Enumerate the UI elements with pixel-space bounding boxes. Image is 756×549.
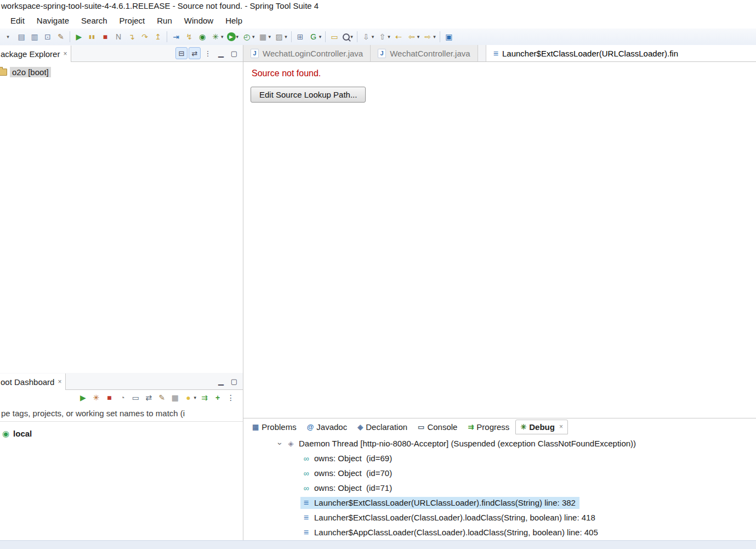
terminal-icon[interactable]: ⊡ [41,30,54,43]
restart-pie-icon[interactable]: ◔ [116,391,129,404]
magnifier-glass [343,33,350,41]
console-icon[interactable]: ▭ [129,391,142,404]
run-icon[interactable]: ▶▾ [225,30,241,43]
menu-edit[interactable]: Edit [4,14,31,27]
properties-icon[interactable]: ▦ [168,391,181,404]
filters-lightbulb-icon[interactable]: ●▾ [181,391,198,404]
tab-console[interactable]: ▭Console [413,420,462,434]
boot-dashboard-header: oot Dashboard × ▁▢ [0,373,243,390]
view-menu-icon[interactable]: ⋮ [224,391,237,404]
maximize-icon[interactable]: ▢ [228,375,240,387]
coverage-icon[interactable]: ◴▾ [240,30,257,43]
boot-filter-input[interactable] [0,405,243,422]
debug-tree-row[interactable]: ≡Launcher$AppClassLoader(ClassLoader).lo… [243,525,756,540]
owns-icon: ∞ [302,484,311,493]
tab-javadoc[interactable]: @Javadoc [303,420,352,434]
dropdown-arrow-icon: ▾ [350,34,353,39]
view-menu-icon[interactable]: ⋮ [202,47,214,59]
frame-icon: ≡ [302,528,311,537]
debug-tree-row[interactable]: ≡Launcher$ExtClassLoader(URLClassLoader)… [243,495,756,510]
connect-icon[interactable]: ⇉ [198,391,211,404]
terminate-icon[interactable]: ■ [99,30,112,43]
debug-tree-row[interactable]: ∞owns: Object (id=69) [243,451,756,466]
debug-icon[interactable]: ✳▾ [209,30,225,43]
debug-view-panel: ▦Problems@Javadoc◈Declaration▭Console⇉Pr… [243,418,756,541]
owns-icon: ∞ [302,469,311,478]
tab-declaration[interactable]: ◈Declaration [353,420,412,434]
project-label: o2o [boot] [10,67,51,77]
maximize-icon[interactable]: ▢ [228,47,240,59]
forward-icon[interactable]: ⇨▾ [421,30,437,43]
java-file-icon: J [251,49,259,58]
step-return-icon[interactable]: ↥ [151,30,164,43]
new-java-project-icon[interactable]: ⊞ [294,30,307,43]
back-icon[interactable]: ⇦▾ [405,30,422,43]
menu-help[interactable]: Help [219,14,248,27]
boot-target-local[interactable]: ◉ local [0,427,243,439]
search-icon[interactable]: ▾ [341,30,355,43]
tab-package-explorer[interactable]: ackage Explorer × [0,46,71,62]
debug-tree-row[interactable]: ›◈Daemon Thread [http-nio-8080-Acceptor]… [243,436,756,451]
debug-tree-row[interactable]: ≡Launcher$ExtClassLoader(ClassLoader).lo… [243,510,756,525]
add-target-icon[interactable]: + [211,391,224,404]
menu-navigate[interactable]: Navigate [31,14,75,27]
collapse-all-icon[interactable]: ⊟ [175,47,187,59]
run-last-icon[interactable]: ↯ [183,30,196,43]
tab-progress[interactable]: ⇉Progress [463,420,514,434]
menu-project[interactable]: Project [113,14,151,27]
next-annotation-icon[interactable]: ⇩▾ [360,30,376,43]
menu-run[interactable]: Run [151,14,178,27]
menu-search[interactable]: Search [75,14,113,27]
editor-tab-1[interactable]: JWechatLoginController.java [243,45,371,61]
open-type-icon[interactable]: ▭ [328,30,341,43]
panel-splitter-horizontal[interactable] [0,369,243,373]
new-element-icon[interactable]: G▾ [307,30,323,43]
disconnect-icon[interactable]: N [112,30,125,43]
relaunch-icon[interactable]: ◉ [196,30,209,43]
previous-annotation-icon[interactable]: ⇧▾ [376,30,392,43]
profile-icon[interactable]: ▨▾ [272,30,289,43]
debug-tree-row[interactable]: ∞owns: Object (id=70) [243,466,756,480]
close-icon[interactable]: × [559,423,563,431]
last-edit-location-icon[interactable]: ⇠ [392,30,405,43]
editor-tab-2[interactable]: JWechatController.java [371,45,478,61]
step-filters-icon[interactable]: ⇥ [169,30,183,43]
suspend-icon[interactable]: ▮▮ [86,30,99,43]
project-item-o2o[interactable]: o2o [boot] [0,66,243,78]
stop-icon[interactable]: ■ [103,391,116,404]
save-icon[interactable]: ▤ [15,30,28,43]
dropdown-arrow-icon: ▾ [285,34,287,39]
open-browser-icon[interactable]: ⇄ [142,391,155,404]
menu-window[interactable]: Window [178,14,219,27]
debug-row-content: ≡Launcher$AppClassLoader(ClassLoader).lo… [300,527,602,539]
minimize-icon[interactable]: ▁ [215,375,227,387]
owns-icon: ∞ [302,454,311,463]
editor-body: Source not found. Edit Source Lookup Pat… [243,62,756,418]
external-tools-icon[interactable]: ▦▾ [257,30,273,43]
debug-tree-row[interactable]: ∞owns: Object (id=71) [243,480,756,495]
tab-boot-dashboard[interactable]: oot Dashboard × [0,373,66,390]
bottom-tab-bar: ▦Problems@Javadoc◈Declaration▭Console⇉Pr… [243,418,756,435]
edit-source-lookup-path-button[interactable]: Edit Source Lookup Path... [251,87,366,103]
save-all-icon[interactable]: ▥ [28,30,41,43]
tab-problems[interactable]: ▦Problems [248,420,301,434]
minimize-icon[interactable]: ▁ [215,47,227,59]
start-icon[interactable]: ▶ [76,391,89,404]
edit-config-icon[interactable]: ✎ [155,391,168,404]
tab-debug[interactable]: ✳Debug× [515,420,568,434]
pin-editor-icon[interactable]: ▣ [442,30,456,43]
resume-icon[interactable]: ▶ [72,30,86,43]
new-wizard-dropdown-icon[interactable]: ▾ [2,30,15,43]
link-with-editor-icon[interactable]: ⇄ [189,47,201,59]
step-into-icon[interactable]: ↴ [125,30,138,43]
boot-dashboard-tab-label: oot Dashboard [1,377,54,387]
start-debug-icon[interactable]: ✳ [89,391,103,404]
problems-icon: ▦ [252,423,259,431]
expander-icon[interactable]: › [275,440,285,448]
close-icon[interactable]: × [63,50,67,58]
boot-target-label: local [13,429,32,438]
sketch-icon[interactable]: ✎ [54,30,67,43]
step-over-icon[interactable]: ↷ [138,30,151,43]
editor-tab-3[interactable]: ≡Launcher$ExtClassLoader(URLClassLoader)… [486,45,756,62]
close-icon[interactable]: × [58,378,61,386]
